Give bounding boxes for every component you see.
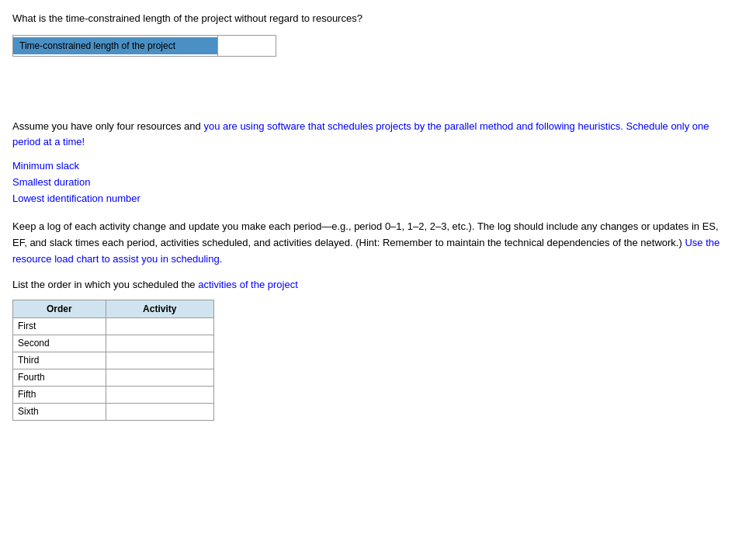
question1-text: What is the time-constrained length of t… xyxy=(12,12,744,24)
activity-fifth-cell[interactable] xyxy=(106,386,213,403)
col-activity-header: Activity xyxy=(106,300,213,317)
activity-fourth-cell[interactable] xyxy=(106,369,213,386)
activity-first-cell[interactable] xyxy=(106,317,213,335)
log-paragraph: Keep a log of each activity change and u… xyxy=(12,219,727,267)
list-question-paragraph: List the order in which you scheduled th… xyxy=(12,279,744,290)
activity-sixth-input[interactable] xyxy=(109,405,210,418)
activity-second-input[interactable] xyxy=(109,337,210,350)
time-constrained-input-row: Time-constrained length of the project xyxy=(12,35,276,57)
col-order-header: Order xyxy=(13,300,106,317)
activity-sixth-cell[interactable] xyxy=(106,403,213,420)
activity-order-table: Order Activity First Second Third Fourth… xyxy=(12,300,214,421)
activity-second-cell[interactable] xyxy=(106,335,213,352)
time-constrained-input[interactable] xyxy=(217,36,276,56)
heuristic-3: Lowest identification number xyxy=(12,191,744,207)
table-row: Third xyxy=(13,352,214,369)
activity-first-input[interactable] xyxy=(109,320,210,333)
log-text-static: Keep a log of each activity change and u… xyxy=(12,220,719,248)
table-row: Fifth xyxy=(13,386,214,403)
heuristics-list: Minimum slack Smallest duration Lowest i… xyxy=(12,158,744,206)
table-row: Sixth xyxy=(13,403,214,420)
activity-third-cell[interactable] xyxy=(106,352,213,369)
assume-text-static: Assume you have only four resources and xyxy=(12,120,203,132)
activity-fourth-input[interactable] xyxy=(109,371,210,384)
heuristic-1: Minimum slack xyxy=(12,158,744,175)
list-question-static: List the order in which you scheduled th… xyxy=(12,279,198,290)
order-first: First xyxy=(13,317,106,335)
list-question-blue: activities of the project xyxy=(198,279,298,290)
order-sixth: Sixth xyxy=(13,403,106,420)
input-label: Time-constrained length of the project xyxy=(13,37,217,54)
table-row: First xyxy=(13,317,214,335)
activity-third-input[interactable] xyxy=(109,354,210,367)
table-row: Second xyxy=(13,335,214,352)
assume-paragraph: Assume you have only four resources and … xyxy=(12,119,727,149)
order-fourth: Fourth xyxy=(13,369,106,386)
order-third: Third xyxy=(13,352,106,369)
order-fifth: Fifth xyxy=(13,386,106,403)
heuristic-2: Smallest duration xyxy=(12,175,744,191)
order-second: Second xyxy=(13,335,106,352)
activity-fifth-input[interactable] xyxy=(109,388,210,401)
table-row: Fourth xyxy=(13,369,214,386)
